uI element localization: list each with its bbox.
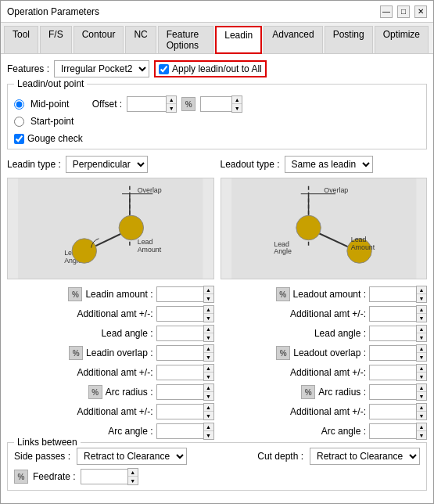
offset-input[interactable]: 0mm: [127, 96, 166, 112]
leadout-diagram: Overlap Lead Angle Lead Amount: [221, 178, 428, 279]
tab-tool[interactable]: Tool: [4, 26, 38, 53]
minimize-button[interactable]: —: [380, 5, 393, 18]
leadout-add-arc-up[interactable]: ▲: [417, 404, 426, 412]
offset-num-down[interactable]: ▼: [232, 104, 242, 112]
leadin-amount-pct[interactable]: %: [68, 287, 82, 301]
tab-optimize[interactable]: Optimize: [375, 26, 429, 53]
leadout-amount-up[interactable]: ▲: [417, 286, 426, 294]
maximize-button[interactable]: □: [397, 5, 410, 18]
leadin-arc-angle-input[interactable]: 45.00deg: [156, 423, 203, 439]
leadout-arc-radius-down[interactable]: ▼: [417, 392, 426, 400]
gouge-check-checkbox[interactable]: [14, 134, 24, 144]
leadin-arc-pct[interactable]: %: [88, 385, 102, 399]
leadout-overlap-input[interactable]: 10: [369, 345, 416, 361]
offset-num-up[interactable]: ▲: [232, 96, 242, 104]
offset-label: Offset :: [92, 99, 122, 110]
leadin-add-arc-up[interactable]: ▲: [204, 404, 213, 412]
offset-num-input[interactable]: 0: [200, 96, 231, 112]
startpoint-radio[interactable]: [14, 117, 24, 127]
leadout-add-arc-down[interactable]: ▼: [417, 412, 426, 419]
leadin-add-arc-group: 0mm ▲ ▼: [156, 403, 214, 420]
leadout-amount-input[interactable]: 52: [369, 286, 416, 302]
leadin-amount-up[interactable]: ▲: [204, 286, 213, 294]
leadout-amount-down[interactable]: ▼: [417, 294, 426, 302]
offset-down[interactable]: ▼: [167, 104, 176, 112]
offset-pct-btn[interactable]: %: [181, 97, 195, 111]
leadout-add-amt-up[interactable]: ▲: [417, 306, 426, 314]
leadout-overlap-up[interactable]: ▲: [417, 345, 426, 353]
tab-contour[interactable]: Contour: [74, 26, 124, 53]
leadin-add-overlap-down[interactable]: ▼: [204, 373, 213, 380]
leadin-arc-radius-down[interactable]: ▼: [204, 392, 213, 400]
leadout-angle-up[interactable]: ▲: [417, 326, 426, 333]
leadin-arc-angle-up[interactable]: ▲: [204, 423, 213, 431]
leadin-angle-down[interactable]: ▼: [204, 333, 213, 341]
leadout-add-amt-input[interactable]: 0mm: [369, 306, 416, 322]
leadout-arc-radius-input[interactable]: 10: [369, 384, 416, 400]
leadin-add-amt-down[interactable]: ▼: [204, 314, 213, 322]
cut-depth-select[interactable]: Retract to Clearance: [310, 448, 420, 465]
leadin-arc-radius-input[interactable]: 10: [156, 384, 203, 400]
leadout-amount-pct[interactable]: %: [276, 287, 290, 301]
leadout-add-amt-down[interactable]: ▼: [417, 314, 426, 322]
leadin-add-overlap-input[interactable]: 0mm: [156, 365, 203, 380]
leadin-amount-down[interactable]: ▼: [204, 294, 213, 302]
leadout-add-overlap-down[interactable]: ▼: [417, 373, 426, 380]
leadin-add-overlap-up[interactable]: ▲: [204, 365, 213, 373]
tab-nc[interactable]: NC: [125, 26, 156, 53]
leadout-add-arc-input[interactable]: 0mm: [369, 404, 416, 419]
leadin-arc-angle-down[interactable]: ▼: [204, 431, 213, 439]
leadin-amount-input[interactable]: 52: [156, 286, 203, 302]
leadin-add-arc-down[interactable]: ▼: [204, 412, 213, 419]
leadout-arc-angle-up[interactable]: ▲: [417, 423, 426, 431]
leadin-add-amt-up[interactable]: ▲: [204, 306, 213, 314]
leadin-angle-up[interactable]: ▲: [204, 326, 213, 333]
apply-checkbox[interactable]: [159, 64, 169, 74]
leadout-arc-angle-input[interactable]: 45.00deg: [369, 423, 416, 439]
features-select[interactable]: Irregular Pocket2: [54, 60, 149, 77]
tab-posting[interactable]: Posting: [325, 26, 373, 53]
leadin-overlap-input[interactable]: 1mm: [156, 345, 203, 361]
features-label: Features :: [7, 63, 49, 74]
leadin-add-amt-input[interactable]: 0mm: [156, 306, 203, 322]
leadin-overlap-down[interactable]: ▼: [204, 353, 213, 361]
leadin-overlap-up[interactable]: ▲: [204, 345, 213, 353]
leadout-arc-radius-up[interactable]: ▲: [417, 384, 426, 392]
offset-up[interactable]: ▲: [167, 96, 176, 104]
leadout-angle-down[interactable]: ▼: [417, 333, 426, 341]
leadin-type-select[interactable]: Perpendicular: [66, 156, 148, 173]
leadin-arc-radius-up[interactable]: ▲: [204, 384, 213, 392]
feedrate-group: 100 ▲ ▼: [81, 468, 138, 485]
leadout-angle-input[interactable]: 0.00deg: [369, 326, 416, 341]
leadout-angle-spinner: ▲ ▼: [416, 325, 427, 342]
leadin-add-arc-label: Additional amt +/-:: [77, 406, 152, 417]
leadin-add-overlap-label: Additional amt +/-:: [77, 367, 152, 378]
leadout-arc-angle-down[interactable]: ▼: [417, 431, 426, 439]
side-passes-select[interactable]: Retract to Clearance: [77, 448, 187, 465]
feedrate-down[interactable]: ▼: [128, 477, 138, 484]
leadin-diagram: Overlap Lead Angle Lead Amount: [7, 178, 214, 279]
feedrate-pct-btn[interactable]: %: [14, 470, 28, 484]
feedrate-input[interactable]: 100: [81, 469, 127, 484]
feedrate-up[interactable]: ▲: [128, 469, 138, 477]
leadout-add-overlap-input[interactable]: 0mm: [369, 365, 416, 380]
leadout-type-select[interactable]: Same as leadin: [285, 156, 373, 173]
leadin-overlap-pct[interactable]: %: [69, 346, 83, 360]
tab-feature-options[interactable]: Feature Options: [158, 26, 213, 53]
tab-leadin[interactable]: Leadin: [215, 26, 262, 54]
tab-advanced[interactable]: Advanced: [264, 26, 322, 53]
leadout-add-overlap-row: Additional amt +/-: 0mm ▲ ▼: [221, 364, 428, 381]
midpoint-radio[interactable]: [14, 99, 24, 110]
tab-fs[interactable]: F/S: [40, 26, 72, 53]
leadin-add-amt-row: Additional amt +/-: 0mm ▲ ▼: [7, 305, 214, 322]
leadout-overlap-pct[interactable]: %: [276, 346, 290, 360]
leadin-add-arc-input[interactable]: 0mm: [156, 404, 203, 419]
leadout-arc-pct[interactable]: %: [301, 385, 315, 399]
leadout-overlap-down[interactable]: ▼: [417, 353, 426, 361]
leadin-arc-radius-row: % Arc radius : 10 ▲ ▼: [7, 383, 214, 401]
leadout-add-overlap-up[interactable]: ▲: [417, 365, 426, 373]
close-button[interactable]: ✕: [414, 5, 427, 18]
leadout-add-arc-label: Additional amt +/-:: [290, 406, 366, 417]
leadin-angle-input[interactable]: 0.00deg: [156, 326, 203, 341]
startpoint-row: Start-point: [14, 116, 83, 127]
